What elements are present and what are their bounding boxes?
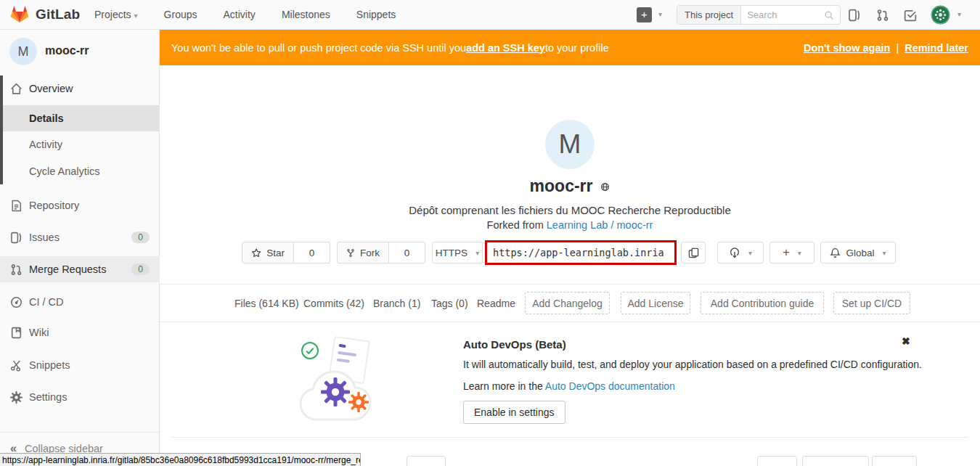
ssh-warning-banner: You won't be able to pull or push projec… [160, 30, 980, 65]
commits-link[interactable]: Commits (42) [303, 298, 364, 309]
merge-request-icon[interactable] [876, 9, 889, 22]
branch-link[interactable]: Branch (1) [373, 298, 420, 309]
project-description: Dépôt comprenant les fichiers du MOOC Re… [160, 204, 980, 216]
sidebar-item-ci-cd[interactable]: CI / CD [0, 289, 160, 315]
document-icon [10, 200, 23, 212]
project-actions-row: Star 0 Fork 0 HTTPS ▾ https://app-learni… [160, 242, 980, 263]
sidebar-project-header[interactable]: M mooc-rr [0, 30, 160, 73]
sidebar-item-issues[interactable]: Issues 0 [0, 224, 160, 250]
sidebar-item-repository[interactable]: Repository [0, 192, 160, 218]
book-icon [10, 327, 23, 339]
chevron-down-icon: ▾ [475, 249, 479, 257]
check-circle-icon [301, 341, 319, 360]
todos-icon[interactable] [904, 9, 917, 22]
close-icon[interactable]: ✖ [902, 335, 910, 347]
search-input[interactable] [741, 9, 824, 20]
purple-gear-icon [321, 377, 350, 406]
download-dropdown[interactable]: ▾ [717, 242, 764, 263]
gear-icon [10, 391, 23, 404]
chevron-down-icon: ▾ [883, 249, 886, 257]
notification-dropdown[interactable]: Global ▾ [820, 242, 896, 263]
auto-devops-doc-link[interactable]: Auto DevOps documentation [545, 380, 675, 392]
issues-icon[interactable] [848, 9, 861, 22]
visibility-globe-icon [600, 182, 610, 192]
enable-in-settings-button[interactable]: Enable in settings [463, 401, 565, 424]
plus-icon: + [783, 246, 789, 259]
issues-icon [10, 232, 23, 244]
add-new-dropdown[interactable]: + ▾ [769, 242, 814, 263]
divider [160, 284, 980, 285]
nav-projects[interactable]: Projects▾ [94, 9, 138, 20]
brand-name: GitLab [36, 7, 80, 23]
files-link[interactable]: Files (614 KB) [234, 298, 299, 309]
top-nav-links: Projects▾ Groups Activity Milestones Sni… [94, 0, 396, 29]
nav-activity[interactable]: Activity [224, 9, 256, 20]
clipboard-icon [688, 248, 699, 258]
copy-url-button[interactable] [681, 242, 706, 263]
sidebar-item-wiki[interactable]: Wiki [0, 319, 160, 346]
add-license-button[interactable]: Add License [621, 292, 690, 314]
project-main: M mooc-rr Dépôt comprenant les fichiers … [160, 65, 980, 466]
readme-link[interactable]: Readme [477, 298, 515, 309]
remind-later-link[interactable]: Remind later [905, 42, 968, 54]
protocol-dropdown[interactable]: HTTPS ▾ [432, 242, 483, 263]
scissors-icon [10, 359, 23, 372]
chevron-down-icon: ▾ [798, 249, 801, 257]
sidebar-item-snippets[interactable]: Snippets [0, 352, 160, 378]
stub-button[interactable] [757, 456, 797, 466]
clone-url-input[interactable]: https://app-learninglab.inria [487, 247, 670, 258]
nav-groups[interactable]: Groups [164, 9, 197, 20]
chevron-down-icon: ▾ [658, 10, 662, 18]
sidebar-item-merge-requests[interactable]: Merge Requests 0 [0, 256, 160, 282]
bell-icon [830, 248, 841, 258]
divider [160, 322, 980, 322]
auto-devops-description: It will automatically build, test, and d… [463, 359, 922, 370]
new-menu-button[interactable]: + [637, 7, 652, 23]
add-changelog-button[interactable]: Add Changelog [525, 292, 610, 314]
setup-cicd-button[interactable]: Set up CI/CD [833, 292, 910, 314]
nav-snippets[interactable]: Snippets [356, 9, 396, 20]
gitlab-logo[interactable]: GitLab [10, 5, 80, 23]
star-button[interactable]: Star [242, 242, 294, 263]
user-avatar[interactable] [931, 5, 950, 25]
dont-show-again-link[interactable]: Don't show again [804, 42, 890, 54]
sidebar-item-cycle-analytics[interactable]: Cycle Analytics [0, 158, 160, 184]
gitlab-app: GitLab Projects▾ Groups Activity Milesto… [0, 0, 980, 466]
sidebar-divider [0, 432, 160, 433]
fork-button[interactable]: Fork [337, 242, 389, 263]
project-avatar: M [545, 120, 595, 169]
add-ssh-key-link[interactable]: add an SSH key [466, 42, 545, 54]
project-title: mooc-rr [530, 176, 593, 195]
home-icon [10, 83, 23, 95]
chevron-down-icon: ▾ [957, 10, 961, 18]
tanuki-icon [10, 5, 29, 23]
stub-button[interactable] [802, 456, 869, 466]
browser-status-bar: https://app-learninglab.inria.fr/gitlab/… [0, 453, 361, 466]
branch-selector-stub-button[interactable] [407, 456, 446, 466]
sidebar-item-details[interactable]: Details [3, 105, 160, 131]
tags-link[interactable]: Tags (0) [431, 298, 468, 309]
sidebar-item-activity[interactable]: Activity [0, 131, 160, 158]
sidebar-item-settings[interactable]: Settings [0, 384, 160, 410]
banner-text-after: to your profile [545, 42, 609, 54]
sidebar-project-title: mooc-rr [45, 44, 89, 57]
clone-url-annotation: https://app-learninglab.inria [485, 240, 677, 265]
project-sidebar: M mooc-rr Overview Details Activity Cycl… [0, 30, 160, 466]
auto-devops-title: Auto DevOps (Beta) [463, 338, 566, 351]
search-scope-badge: This project [677, 6, 741, 24]
banner-text-before: You won't be able to pull or push projec… [171, 42, 466, 54]
stub-button[interactable] [872, 456, 917, 466]
add-contribution-guide-button[interactable]: Add Contribution guide [701, 292, 824, 314]
star-count[interactable]: 0 [294, 242, 330, 263]
chevron-down-icon: ▾ [748, 249, 752, 257]
forked-from-link[interactable]: Learning Lab / mooc-rr [547, 219, 653, 231]
issues-count-badge: 0 [131, 232, 150, 243]
sidebar-item-overview[interactable]: Overview [0, 75, 160, 102]
gauge-icon [10, 296, 23, 308]
nav-milestones[interactable]: Milestones [282, 9, 330, 20]
merge-request-icon [10, 263, 23, 276]
orange-gear-icon [348, 392, 369, 412]
top-navbar: GitLab Projects▾ Groups Activity Milesto… [0, 0, 980, 30]
fork-count[interactable]: 0 [389, 242, 425, 263]
fork-icon [346, 248, 355, 258]
